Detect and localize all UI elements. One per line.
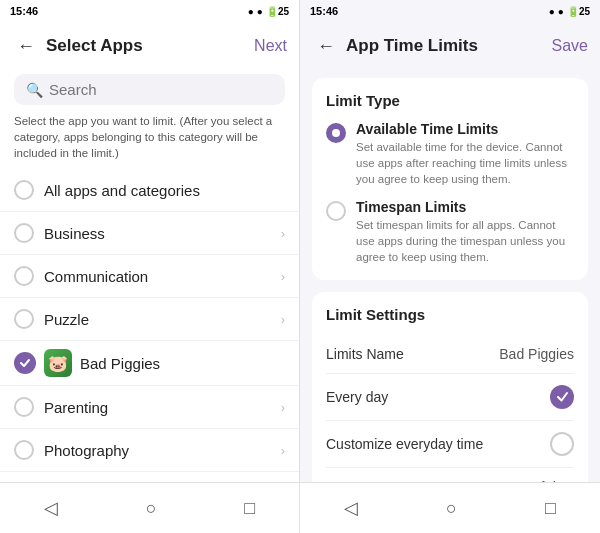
list-item-all-apps[interactable]: All apps and categories (0, 169, 299, 212)
row-customize-everyday[interactable]: Customize everyday time (326, 421, 574, 468)
chevron-photography-icon: › (281, 443, 285, 458)
hint-text: Select the app you want to limit. (After… (0, 113, 299, 169)
left-nav-home-button[interactable]: ○ (130, 494, 173, 523)
right-top-bar: ← App Time Limits Save (300, 22, 600, 70)
app-icon-bad-piggies: 🐷 (44, 349, 72, 377)
next-button[interactable]: Next (254, 37, 287, 55)
radio-all-apps (14, 180, 34, 200)
right-nav-home-button[interactable]: ○ (430, 494, 473, 523)
left-top-bar: ← Select Apps Next (0, 22, 299, 70)
label-photography: Photography (44, 442, 281, 459)
check-bad-piggies (14, 352, 36, 374)
label-parenting: Parenting (44, 399, 281, 416)
chevron-puzzle-icon: › (281, 312, 285, 327)
label-communication: Communication (44, 268, 281, 285)
right-status-icons: ● ● 🔋25 (549, 6, 590, 17)
list-item-business[interactable]: Business › (0, 212, 299, 255)
app-item-bad-piggies[interactable]: 🐷 Bad Piggies (0, 341, 299, 386)
label-customize-everyday: Customize everyday time (326, 436, 483, 452)
radio-puzzle (14, 309, 34, 329)
list-item-puzzle[interactable]: Puzzle › (0, 298, 299, 341)
search-box[interactable]: 🔍 (14, 74, 285, 105)
right-time: 15:46 (310, 5, 338, 17)
radio-timespan (326, 201, 346, 221)
right-back-button[interactable]: ← (312, 32, 340, 60)
available-time-block: Available Time Limits Set available time… (356, 121, 574, 187)
timespan-desc: Set timespan limits for all apps. Cannot… (356, 217, 574, 265)
right-wifi-icon: ● (558, 6, 564, 17)
label-all-apps: All apps and categories (44, 182, 285, 199)
left-wifi-icon: ● (257, 6, 263, 17)
radio-available-time (326, 123, 346, 143)
row-every-day[interactable]: Every day (326, 374, 574, 421)
left-signal-icon: ● (248, 6, 254, 17)
left-status-icons: ● ● 🔋25 (248, 6, 289, 17)
right-signal-icon: ● (549, 6, 555, 17)
radio-business (14, 223, 34, 243)
right-panel: 15:46 ● ● 🔋25 ← App Time Limits Save Lim… (300, 0, 600, 533)
right-nav-recent-button[interactable]: □ (529, 494, 572, 523)
value-limits-name: Bad Piggies (499, 346, 574, 362)
limit-type-title: Limit Type (326, 92, 574, 109)
left-time: 15:46 (10, 5, 38, 17)
row-limits-name[interactable]: Limits Name Bad Piggies (326, 335, 574, 374)
toggle-every-day[interactable] (550, 385, 574, 409)
available-time-desc: Set available time for the device. Canno… (356, 139, 574, 187)
right-battery-icon: 🔋25 (567, 6, 590, 17)
save-button[interactable]: Save (552, 37, 588, 55)
row-available-time-limits[interactable]: Available Time Limits 1 hr › (326, 468, 574, 482)
list-item-tools[interactable]: Tools › (0, 472, 299, 482)
limit-option-available[interactable]: Available Time Limits Set available time… (326, 121, 574, 187)
radio-photography (14, 440, 34, 460)
limit-option-timespan[interactable]: Timespan Limits Set timespan limits for … (326, 199, 574, 265)
timespan-title: Timespan Limits (356, 199, 574, 215)
right-bottom-nav: ◁ ○ □ (300, 482, 600, 533)
label-every-day: Every day (326, 389, 388, 405)
search-icon: 🔍 (26, 82, 43, 98)
label-limits-name: Limits Name (326, 346, 404, 362)
limit-settings-card: Limit Settings Limits Name Bad Piggies E… (312, 292, 588, 482)
list-item-parenting[interactable]: Parenting › (0, 386, 299, 429)
chevron-communication-icon: › (281, 269, 285, 284)
available-time-title: Available Time Limits (356, 121, 574, 137)
toggle-customize-everyday[interactable] (550, 432, 574, 456)
limit-type-card: Limit Type Available Time Limits Set ava… (312, 78, 588, 280)
left-screen-title: Select Apps (46, 36, 254, 56)
chevron-parenting-icon: › (281, 400, 285, 415)
chevron-business-icon: › (281, 226, 285, 241)
left-nav-recent-button[interactable]: □ (228, 494, 271, 523)
list-item-photography[interactable]: Photography › (0, 429, 299, 472)
right-screen-title: App Time Limits (346, 36, 552, 56)
search-input[interactable] (49, 81, 273, 98)
radio-parenting (14, 397, 34, 417)
left-battery-icon: 🔋25 (266, 6, 289, 17)
left-panel: 15:46 ● ● 🔋25 ← Select Apps Next 🔍 Selec… (0, 0, 300, 533)
right-nav-back-button[interactable]: ◁ (328, 493, 374, 523)
label-business: Business (44, 225, 281, 242)
label-puzzle: Puzzle (44, 311, 281, 328)
label-bad-piggies: Bad Piggies (80, 355, 160, 372)
list-item-communication[interactable]: Communication › (0, 255, 299, 298)
radio-communication (14, 266, 34, 286)
timespan-block: Timespan Limits Set timespan limits for … (356, 199, 574, 265)
app-list: All apps and categories Business › Commu… (0, 169, 299, 482)
right-status-bar: 15:46 ● ● 🔋25 (300, 0, 600, 22)
left-back-button[interactable]: ← (12, 32, 40, 60)
left-status-bar: 15:46 ● ● 🔋25 (0, 0, 299, 22)
right-content: Limit Type Available Time Limits Set ava… (300, 70, 600, 482)
left-bottom-nav: ◁ ○ □ (0, 482, 299, 533)
left-nav-back-button[interactable]: ◁ (28, 493, 74, 523)
limit-settings-title: Limit Settings (326, 306, 574, 323)
